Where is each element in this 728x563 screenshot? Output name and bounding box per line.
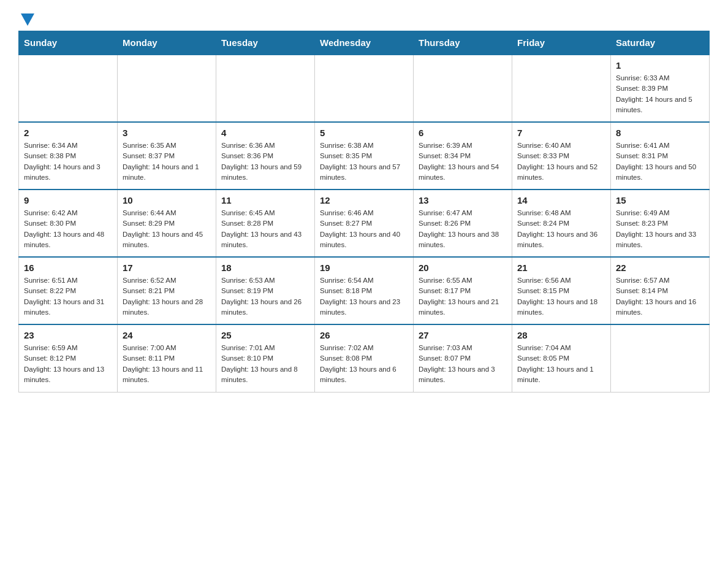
calendar-cell (611, 324, 710, 392)
day-number: 23 (24, 330, 112, 340)
day-number: 7 (517, 128, 605, 138)
day-number: 5 (320, 128, 408, 138)
calendar-cell: 23Sunrise: 6:59 AM Sunset: 8:12 PM Dayli… (19, 324, 118, 392)
day-info: Sunrise: 6:41 AM Sunset: 8:31 PM Dayligh… (616, 140, 704, 183)
day-number: 9 (24, 195, 112, 205)
weekday-header-friday: Friday (512, 31, 611, 55)
calendar-cell: 19Sunrise: 6:54 AM Sunset: 8:18 PM Dayli… (315, 257, 414, 324)
calendar-cell: 4Sunrise: 6:36 AM Sunset: 8:36 PM Daylig… (216, 122, 315, 190)
calendar-cell: 15Sunrise: 6:49 AM Sunset: 8:23 PM Dayli… (611, 190, 710, 257)
calendar-week-row-1: 1Sunrise: 6:33 AM Sunset: 8:39 PM Daylig… (19, 55, 710, 122)
calendar-cell: 12Sunrise: 6:46 AM Sunset: 8:27 PM Dayli… (315, 190, 414, 257)
day-info: Sunrise: 6:47 AM Sunset: 8:26 PM Dayligh… (419, 208, 507, 250)
calendar-cell: 17Sunrise: 6:52 AM Sunset: 8:21 PM Dayli… (118, 257, 216, 324)
calendar-cell (414, 55, 512, 122)
weekday-header-saturday: Saturday (611, 31, 710, 55)
calendar-cell (315, 55, 414, 122)
calendar-cell: 8Sunrise: 6:41 AM Sunset: 8:31 PM Daylig… (611, 122, 710, 190)
calendar-cell (19, 55, 118, 122)
calendar-cell: 3Sunrise: 6:35 AM Sunset: 8:37 PM Daylig… (118, 122, 216, 190)
day-info: Sunrise: 6:38 AM Sunset: 8:35 PM Dayligh… (320, 140, 408, 183)
weekday-header-wednesday: Wednesday (315, 31, 414, 55)
calendar-week-row-3: 9Sunrise: 6:42 AM Sunset: 8:30 PM Daylig… (19, 190, 710, 257)
day-number: 22 (616, 262, 704, 273)
day-number: 2 (24, 128, 112, 138)
day-info: Sunrise: 6:44 AM Sunset: 8:29 PM Dayligh… (123, 208, 211, 250)
logo (18, 12, 34, 25)
day-info: Sunrise: 7:03 AM Sunset: 8:07 PM Dayligh… (419, 343, 507, 385)
day-info: Sunrise: 6:59 AM Sunset: 8:12 PM Dayligh… (24, 343, 112, 385)
day-number: 14 (517, 195, 605, 205)
calendar-cell: 27Sunrise: 7:03 AM Sunset: 8:07 PM Dayli… (414, 324, 512, 392)
day-number: 8 (616, 128, 704, 138)
calendar-cell: 1Sunrise: 6:33 AM Sunset: 8:39 PM Daylig… (611, 55, 710, 122)
day-number: 13 (419, 195, 507, 205)
day-number: 24 (123, 330, 211, 340)
day-info: Sunrise: 6:48 AM Sunset: 8:24 PM Dayligh… (517, 208, 605, 250)
day-number: 25 (221, 330, 309, 340)
calendar-cell: 24Sunrise: 7:00 AM Sunset: 8:11 PM Dayli… (118, 324, 216, 392)
day-info: Sunrise: 6:39 AM Sunset: 8:34 PM Dayligh… (419, 140, 507, 183)
calendar-cell (118, 55, 216, 122)
day-info: Sunrise: 6:57 AM Sunset: 8:14 PM Dayligh… (616, 275, 704, 318)
day-number: 1 (616, 60, 704, 71)
day-info: Sunrise: 6:46 AM Sunset: 8:27 PM Dayligh… (320, 208, 408, 250)
weekday-header-sunday: Sunday (19, 31, 118, 55)
day-number: 21 (517, 262, 605, 273)
day-info: Sunrise: 7:00 AM Sunset: 8:11 PM Dayligh… (123, 343, 211, 385)
calendar-cell (512, 55, 611, 122)
calendar-week-row-4: 16Sunrise: 6:51 AM Sunset: 8:22 PM Dayli… (19, 257, 710, 324)
day-number: 16 (24, 262, 112, 273)
day-number: 18 (221, 262, 309, 273)
calendar-cell: 14Sunrise: 6:48 AM Sunset: 8:24 PM Dayli… (512, 190, 611, 257)
calendar-cell: 2Sunrise: 6:34 AM Sunset: 8:38 PM Daylig… (19, 122, 118, 190)
calendar-week-row-5: 23Sunrise: 6:59 AM Sunset: 8:12 PM Dayli… (19, 324, 710, 392)
day-info: Sunrise: 6:51 AM Sunset: 8:22 PM Dayligh… (24, 275, 112, 318)
weekday-header-monday: Monday (118, 31, 216, 55)
weekday-header-tuesday: Tuesday (216, 31, 315, 55)
day-info: Sunrise: 6:49 AM Sunset: 8:23 PM Dayligh… (616, 208, 704, 250)
day-number: 10 (123, 195, 211, 205)
day-number: 20 (419, 262, 507, 273)
day-number: 19 (320, 262, 408, 273)
calendar-cell: 22Sunrise: 6:57 AM Sunset: 8:14 PM Dayli… (611, 257, 710, 324)
day-info: Sunrise: 6:42 AM Sunset: 8:30 PM Dayligh… (24, 208, 112, 250)
day-info: Sunrise: 7:01 AM Sunset: 8:10 PM Dayligh… (221, 343, 309, 385)
calendar-cell (216, 55, 315, 122)
calendar-week-row-2: 2Sunrise: 6:34 AM Sunset: 8:38 PM Daylig… (19, 122, 710, 190)
day-number: 26 (320, 330, 408, 340)
calendar-cell: 6Sunrise: 6:39 AM Sunset: 8:34 PM Daylig… (414, 122, 512, 190)
day-number: 17 (123, 262, 211, 273)
day-info: Sunrise: 6:40 AM Sunset: 8:33 PM Dayligh… (517, 140, 605, 183)
calendar-cell: 10Sunrise: 6:44 AM Sunset: 8:29 PM Dayli… (118, 190, 216, 257)
day-number: 28 (517, 330, 605, 340)
calendar-cell: 13Sunrise: 6:47 AM Sunset: 8:26 PM Dayli… (414, 190, 512, 257)
day-number: 15 (616, 195, 704, 205)
day-number: 11 (221, 195, 309, 205)
day-info: Sunrise: 6:35 AM Sunset: 8:37 PM Dayligh… (123, 140, 211, 183)
calendar-cell: 18Sunrise: 6:53 AM Sunset: 8:19 PM Dayli… (216, 257, 315, 324)
day-number: 6 (419, 128, 507, 138)
calendar-cell: 9Sunrise: 6:42 AM Sunset: 8:30 PM Daylig… (19, 190, 118, 257)
calendar-cell: 25Sunrise: 7:01 AM Sunset: 8:10 PM Dayli… (216, 324, 315, 392)
calendar-table: SundayMondayTuesdayWednesdayThursdayFrid… (18, 31, 710, 393)
calendar-cell: 16Sunrise: 6:51 AM Sunset: 8:22 PM Dayli… (19, 257, 118, 324)
calendar-cell: 28Sunrise: 7:04 AM Sunset: 8:05 PM Dayli… (512, 324, 611, 392)
calendar-cell: 26Sunrise: 7:02 AM Sunset: 8:08 PM Dayli… (315, 324, 414, 392)
weekday-header-thursday: Thursday (414, 31, 512, 55)
calendar-cell: 7Sunrise: 6:40 AM Sunset: 8:33 PM Daylig… (512, 122, 611, 190)
calendar-cell: 5Sunrise: 6:38 AM Sunset: 8:35 PM Daylig… (315, 122, 414, 190)
logo-triangle-icon (21, 13, 34, 26)
calendar-cell: 20Sunrise: 6:55 AM Sunset: 8:17 PM Dayli… (414, 257, 512, 324)
svg-marker-0 (21, 13, 34, 26)
day-info: Sunrise: 6:52 AM Sunset: 8:21 PM Dayligh… (123, 275, 211, 318)
day-info: Sunrise: 6:36 AM Sunset: 8:36 PM Dayligh… (221, 140, 309, 183)
calendar-cell: 21Sunrise: 6:56 AM Sunset: 8:15 PM Dayli… (512, 257, 611, 324)
day-info: Sunrise: 6:53 AM Sunset: 8:19 PM Dayligh… (221, 275, 309, 318)
day-number: 3 (123, 128, 211, 138)
day-info: Sunrise: 6:55 AM Sunset: 8:17 PM Dayligh… (419, 275, 507, 318)
day-info: Sunrise: 6:54 AM Sunset: 8:18 PM Dayligh… (320, 275, 408, 318)
day-info: Sunrise: 6:56 AM Sunset: 8:15 PM Dayligh… (517, 275, 605, 318)
day-number: 4 (221, 128, 309, 138)
calendar-header-row: SundayMondayTuesdayWednesdayThursdayFrid… (19, 31, 710, 55)
